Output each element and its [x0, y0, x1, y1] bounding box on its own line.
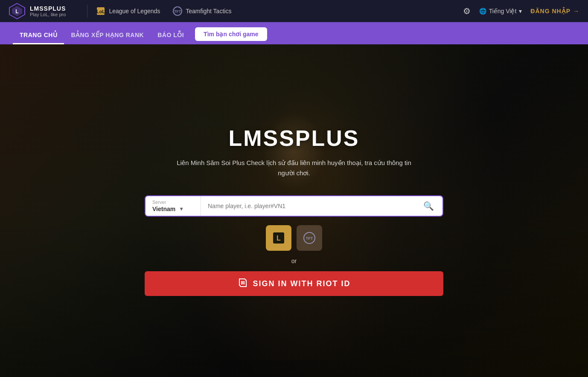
svg-text:L: L [277, 235, 281, 242]
tft-link[interactable]: TFT Teamfight Tactics [173, 6, 231, 16]
search-container: Server Vietnam ▼ 🔍 [145, 195, 443, 217]
tft-game-icon-button[interactable]: TFT [297, 225, 322, 251]
logo-title: LMSSPLUS [30, 5, 66, 12]
svg-text:L: L [15, 9, 18, 14]
nav-item-rank[interactable]: BẢNG XẾP HẠNG RANK [64, 26, 151, 44]
lol-link-label: League of Legends [109, 8, 160, 14]
search-icon: 🔍 [423, 201, 434, 211]
top-navigation: L LMSSPLUS Play LoL, like pro LoL League… [0, 0, 588, 22]
riot-logo-icon [238, 278, 248, 288]
logo-area[interactable]: L LMSSPLUS Play LoL, like pro [9, 3, 66, 20]
lol-icon: L [272, 232, 285, 244]
game-links: LoL League of Legends TFT Teamfight Tact… [96, 6, 463, 16]
hero-subtitle: Liên Minh Săm Soi Plus Check lịch sử đấu… [170, 158, 418, 178]
lol-link[interactable]: LoL League of Legends [96, 6, 160, 16]
tft-icon: TFT [303, 232, 315, 244]
top-nav-right: ⚙ 🌐 Tiếng Việt ▾ ĐĂNG NHẬP → [463, 6, 579, 16]
svg-rect-11 [241, 281, 242, 284]
server-name: Vietnam [152, 206, 175, 212]
tft-nav-icon: TFT [173, 6, 182, 16]
find-players-button[interactable]: Tìm bạn chơi game [195, 27, 267, 41]
nav-divider [87, 5, 87, 17]
server-label: Server [152, 200, 194, 205]
lang-arrow-icon: ▾ [519, 8, 522, 14]
server-dropdown[interactable]: Server Vietnam ▼ [146, 196, 201, 216]
globe-icon: 🌐 [479, 8, 486, 14]
svg-text:TFT: TFT [306, 236, 313, 241]
svg-rect-12 [242, 281, 243, 284]
hero-content: LMSSPLUS Liên Minh Săm Soi Plus Check lị… [170, 125, 418, 195]
riot-icon [238, 278, 248, 290]
secondary-navigation: TRANG CHỦ BẢNG XẾP HẠNG RANK BÁO LỖI Tìm… [0, 22, 588, 44]
nav-item-home[interactable]: TRANG CHỦ [13, 26, 64, 44]
search-input[interactable] [201, 196, 415, 216]
hero-section: LMSSPLUS Liên Minh Săm Soi Plus Check lị… [0, 44, 588, 377]
riot-signin-label: SIGN IN WITH RIOT ID [253, 279, 351, 288]
arrow-right-icon: → [573, 8, 579, 14]
svg-rect-13 [244, 281, 245, 284]
riot-signin-button[interactable]: SIGN IN WITH RIOT ID [145, 271, 443, 296]
logo-icon: L [9, 3, 26, 20]
search-button[interactable]: 🔍 [415, 196, 442, 216]
tft-link-label: Teamfight Tactics [186, 8, 231, 14]
chevron-down-icon: ▼ [179, 206, 184, 212]
settings-button[interactable]: ⚙ [463, 6, 471, 16]
lol-nav-icon: LoL [96, 6, 105, 16]
login-button[interactable]: ĐĂNG NHẬP → [530, 8, 579, 14]
language-button[interactable]: 🌐 Tiếng Việt ▾ [479, 8, 522, 14]
lang-label: Tiếng Việt [489, 8, 517, 14]
svg-text:TFT: TFT [174, 9, 181, 14]
svg-text:LoL: LoL [96, 9, 105, 14]
logo-subtitle: Play LoL, like pro [30, 12, 66, 17]
game-mode-icons: L TFT [266, 225, 322, 251]
login-label: ĐĂNG NHẬP [530, 8, 571, 14]
server-value: Vietnam ▼ [152, 206, 194, 212]
nav-item-report[interactable]: BÁO LỖI [151, 26, 191, 44]
or-divider: or [291, 258, 297, 264]
lol-game-icon-button[interactable]: L [266, 225, 291, 251]
hero-title: LMSSPLUS [170, 125, 418, 151]
